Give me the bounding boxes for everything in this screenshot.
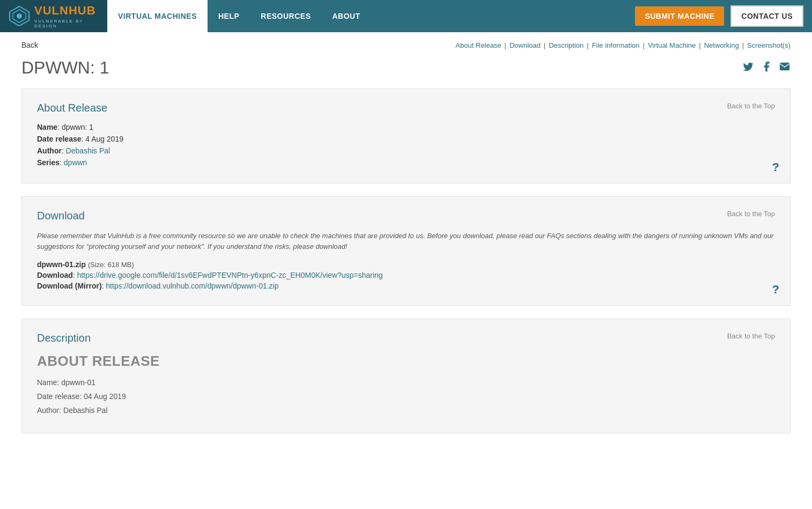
description-subtitle: ABOUT RELEASE [37, 353, 775, 370]
date-field: Date release: 4 Aug 2019 [37, 135, 775, 143]
author-label: Author [37, 146, 62, 155]
anchor-about-release[interactable]: About Release [455, 41, 501, 49]
desc-date-label: Date release [37, 392, 79, 401]
page-navigation: Back About Release | Download | Descript… [0, 32, 812, 54]
contact-us-button[interactable]: CONTACT US [730, 5, 803, 27]
anchor-networking[interactable]: Networking [704, 41, 739, 49]
download-title: Download [37, 210, 85, 222]
about-release-section: About Release Back to the Top Name: dpww… [21, 88, 791, 183]
download-help-icon[interactable]: ? [772, 283, 779, 297]
filename-row: dpwwn-01.zip (Size: 618 MB) [37, 260, 775, 269]
anchor-download[interactable]: Download [510, 41, 541, 49]
desc-name-value: dpwwn-01 [61, 378, 95, 387]
logo-text: VULNHUB [34, 4, 99, 18]
name-field: Name: dpwwn: 1 [37, 123, 775, 131]
nav-actions: SUBMIT MACHINE CONTACT US [626, 5, 812, 27]
main-content: About Release Back to the Top Name: dpww… [0, 88, 812, 468]
desc-name-field: Name: dpwwn-01 [37, 378, 775, 387]
nav-resources[interactable]: RESOURCES [250, 0, 321, 32]
name-label: Name [37, 123, 57, 131]
nav-virtual-machines[interactable]: VIRTUAL MACHINES [107, 0, 208, 32]
author-field: Author: Debashis Pal [37, 146, 775, 155]
about-release-back-to-top[interactable]: Back to the Top [727, 102, 775, 110]
mirror-link-row: Download (Mirror): https://download.vuln… [37, 282, 775, 290]
download-label: Download [37, 271, 73, 279]
description-title: Description [37, 332, 91, 344]
download-back-to-top[interactable]: Back to the Top [727, 210, 775, 218]
filename: dpwwn-01.zip [37, 260, 86, 269]
download-notice: Please remember that VulnHub is a free c… [37, 231, 775, 252]
twitter-icon[interactable] [742, 61, 754, 75]
series-field: Series: dpwwn [37, 158, 775, 167]
file-size: (Size: 618 MB) [88, 261, 134, 269]
download-header: Download Back to the Top [37, 210, 775, 222]
author-link[interactable]: Debashis Pal [66, 146, 110, 155]
nav-about[interactable]: ABOUT [322, 0, 371, 32]
series-link[interactable]: dpwwn [64, 158, 87, 167]
about-help-icon[interactable]: ? [772, 160, 779, 174]
logo-subtitle: VULNERABLE BY DESIGN [34, 19, 99, 28]
date-value: 4 Aug 2019 [85, 135, 123, 143]
anchor-virtual-machine[interactable]: Virtual Machine [648, 41, 696, 49]
desc-author-value: Debashis Pal [63, 406, 108, 415]
anchor-description[interactable]: Description [549, 41, 584, 49]
name-value: dpwwn: 1 [62, 123, 93, 131]
anchor-file-information[interactable]: File information [592, 41, 640, 49]
desc-author-field: Author: Debashis Pal [37, 406, 775, 415]
submit-machine-button[interactable]: SUBMIT MACHINE [635, 6, 724, 26]
download-section: Download Back to the Top Please remember… [21, 196, 791, 306]
nav-help[interactable]: HELP [208, 0, 250, 32]
back-link[interactable]: Back [21, 41, 38, 49]
download-link-row: Download: https://drive.google.com/file/… [37, 271, 775, 279]
desc-date-field: Date release: 04 Aug 2019 [37, 392, 775, 401]
anchor-nav: About Release | Download | Description |… [455, 41, 791, 49]
description-back-to-top[interactable]: Back to the Top [727, 332, 775, 340]
facebook-icon[interactable] [761, 61, 772, 75]
about-release-title: About Release [37, 102, 107, 114]
social-icons [742, 61, 791, 75]
about-release-header: About Release Back to the Top [37, 102, 775, 114]
series-label: Series [37, 158, 60, 167]
download-link[interactable]: https://drive.google.com/file/d/1sv6EFwd… [77, 271, 383, 279]
desc-date-value: 04 Aug 2019 [84, 392, 126, 401]
mirror-link[interactable]: https://download.vulnhub.com/dpwwn/dpwwn… [106, 282, 278, 290]
description-section: Description Back to the Top ABOUT RELEAS… [21, 319, 791, 433]
desc-name-label: Name [37, 378, 57, 387]
date-label: Date release [37, 135, 82, 143]
page-title-row: DPWWN: 1 [0, 54, 812, 88]
desc-author-label: Author [37, 406, 59, 415]
logo[interactable]: VULNHUB VULNERABLE BY DESIGN [0, 0, 107, 32]
description-header: Description Back to the Top [37, 332, 775, 344]
anchor-screenshots[interactable]: Screenshot(s) [747, 41, 791, 49]
email-icon[interactable] [779, 61, 791, 75]
mirror-label: Download (Mirror) [37, 282, 102, 290]
navbar: VULNHUB VULNERABLE BY DESIGN VIRTUAL MAC… [0, 0, 812, 32]
nav-links: VIRTUAL MACHINES HELP RESOURCES ABOUT [107, 0, 626, 32]
page-title: DPWWN: 1 [21, 58, 109, 78]
svg-point-2 [17, 13, 22, 19]
